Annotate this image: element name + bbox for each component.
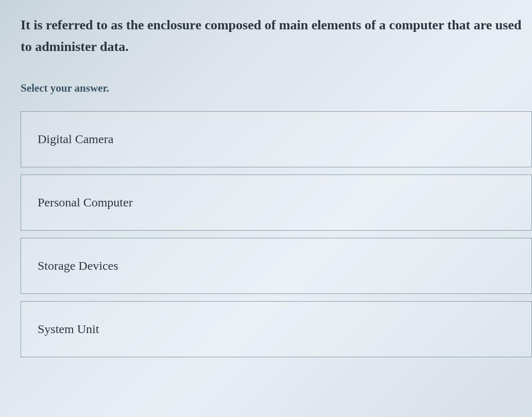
question-text: It is referred to as the enclosure compo… — [21, 14, 532, 57]
option-system-unit[interactable]: System Unit — [21, 301, 532, 357]
options-list: Digital Camera Personal Computer Storage… — [21, 111, 532, 357]
option-personal-computer[interactable]: Personal Computer — [21, 175, 532, 231]
option-digital-camera[interactable]: Digital Camera — [21, 111, 532, 167]
option-storage-devices[interactable]: Storage Devices — [21, 238, 532, 294]
select-prompt: Select your answer. — [21, 82, 532, 95]
